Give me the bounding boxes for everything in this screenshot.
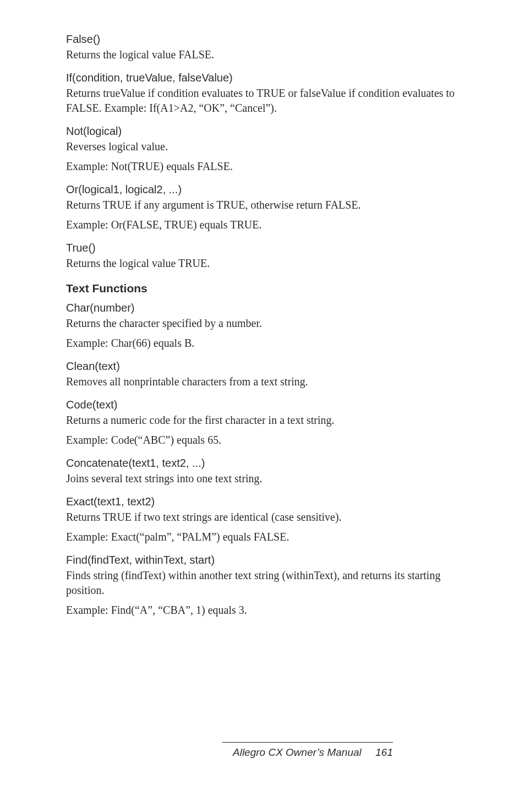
func-heading: True() bbox=[66, 241, 459, 255]
func-entry-true: True() Returns the logical value TRUE. bbox=[66, 241, 459, 271]
func-entry-clean: Clean(text) Removes all nonprintable cha… bbox=[66, 359, 459, 389]
func-example: Example: Exact(“palm”, “PALM”) equals FA… bbox=[66, 530, 459, 544]
func-entry-concatenate: Concatenate(text1, text2, ...) Joins sev… bbox=[66, 456, 459, 486]
func-body: Returns TRUE if any argument is TRUE, ot… bbox=[66, 198, 459, 212]
func-heading: Exact(text1, text2) bbox=[66, 494, 459, 509]
func-heading: If(condition, trueValue, falseValue) bbox=[66, 70, 459, 85]
func-heading: False() bbox=[66, 32, 459, 47]
func-example: Example: Find(“A”, “CBA”, 1) equals 3. bbox=[66, 603, 459, 618]
func-example: Example: Or(FALSE, TRUE) equals TRUE. bbox=[66, 217, 459, 232]
func-entry-char: Char(number) Returns the character speci… bbox=[66, 301, 459, 351]
footer-title: Allegro CX Owner’s Manual bbox=[233, 746, 362, 758]
footer-page-number: 161 bbox=[375, 746, 393, 758]
page-footer: Allegro CX Owner’s Manual 161 bbox=[222, 742, 393, 760]
func-body: Returns the character specified by a num… bbox=[66, 316, 459, 331]
func-heading: Code(text) bbox=[66, 397, 459, 412]
func-body: Returns a numeric code for the first cha… bbox=[66, 413, 459, 428]
func-heading: Not(logical) bbox=[66, 124, 459, 139]
section-heading-text-functions: Text Functions bbox=[66, 281, 459, 296]
func-example: Example: Char(66) equals B. bbox=[66, 336, 459, 351]
func-heading: Concatenate(text1, text2, ...) bbox=[66, 456, 459, 471]
func-body: Returns trueValue if condition evaluates… bbox=[66, 86, 459, 116]
func-body: Returns the logical value TRUE. bbox=[66, 256, 459, 271]
func-entry-code: Code(text) Returns a numeric code for th… bbox=[66, 397, 459, 448]
func-entry-false: False() Returns the logical value FALSE. bbox=[66, 32, 459, 62]
func-heading: Find(findText, withinText, start) bbox=[66, 553, 459, 568]
func-body: Returns TRUE if two text strings are ide… bbox=[66, 510, 459, 525]
func-entry-exact: Exact(text1, text2) Returns TRUE if two … bbox=[66, 494, 459, 544]
func-heading: Or(logical1, logical2, ...) bbox=[66, 182, 459, 197]
func-body: Removes all nonprintable characters from… bbox=[66, 374, 459, 389]
func-body: Returns the logical value FALSE. bbox=[66, 47, 459, 62]
func-entry-or: Or(logical1, logical2, ...) Returns TRUE… bbox=[66, 182, 459, 232]
func-entry-not: Not(logical) Reverses logical value. Exa… bbox=[66, 124, 459, 174]
func-body: Reverses logical value. bbox=[66, 139, 459, 154]
func-example: Example: Not(TRUE) equals FALSE. bbox=[66, 159, 459, 174]
func-example: Example: Code(“ABC”) equals 65. bbox=[66, 433, 459, 448]
func-entry-find: Find(findText, withinText, start) Finds … bbox=[66, 553, 459, 618]
func-entry-if: If(condition, trueValue, falseValue) Ret… bbox=[66, 70, 459, 116]
func-heading: Char(number) bbox=[66, 301, 459, 315]
footer-rule bbox=[222, 742, 393, 743]
func-body: Joins several text strings into one text… bbox=[66, 471, 459, 486]
func-body: Finds string (findText) within another t… bbox=[66, 568, 459, 598]
func-heading: Clean(text) bbox=[66, 359, 459, 374]
